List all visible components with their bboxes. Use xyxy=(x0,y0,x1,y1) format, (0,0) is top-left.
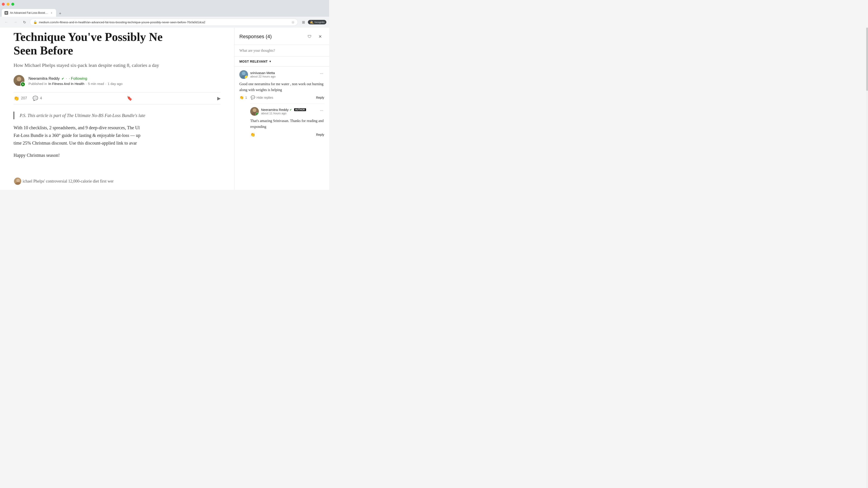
extensions-button[interactable]: ⊞ xyxy=(300,19,307,26)
article-teaser-text: ichael Phelps' controversial 12,000-calo… xyxy=(23,179,114,184)
clap-icon: 👏 xyxy=(13,96,19,101)
clap-icon: 👏 xyxy=(239,95,244,100)
clap-stat[interactable]: 👏 207 xyxy=(13,96,27,101)
nested-reply-button[interactable]: Reply xyxy=(316,133,324,136)
publication-avatar: h xyxy=(20,82,25,87)
sort-label: MOST RELEVANT xyxy=(239,60,268,63)
toolbar-icons: ⊞ 🕵 Incognito xyxy=(300,19,327,26)
responses-header-actions: 🛡 ✕ xyxy=(306,33,324,41)
comment-stat[interactable]: 💬 4 xyxy=(33,96,42,101)
reply-avatar-wrap: ✔ xyxy=(250,107,259,116)
back-button[interactable]: ← xyxy=(3,19,10,26)
response-text: Good one neeramitra for me water , non w… xyxy=(239,81,324,93)
tab-close-button[interactable]: × xyxy=(50,11,53,15)
nested-reply: ✔ Neeramitra Reddy ✔ AUTHOR about 11 hou… xyxy=(250,103,324,137)
reply-verified-icon: ✔ xyxy=(289,108,292,111)
reply-username: Neeramitra Reddy xyxy=(261,108,289,111)
clap-button[interactable]: 👏 1 xyxy=(239,95,247,100)
tab-bar: M An Advanced Fat-Loss-Boosting... × + xyxy=(0,8,329,17)
tab-title: An Advanced Fat-Loss-Boosting... xyxy=(10,11,48,14)
reply-clap-button[interactable]: 👏 xyxy=(250,132,255,137)
clap-count: 1 xyxy=(245,96,247,99)
article-subtitle: How Michael Phelps stayed six-pack lean … xyxy=(13,62,221,69)
svg-point-10 xyxy=(253,108,256,112)
hide-replies-button[interactable]: 💬 Hide replies xyxy=(251,95,273,100)
response-user: ⭐ srinivasan Metta about 22 hours ago xyxy=(239,70,276,79)
browser-chrome: M An Advanced Fat-Loss-Boosting... × + ←… xyxy=(0,0,329,28)
verified-icon: ✔ xyxy=(61,77,64,80)
article-body: P.S. This article is part of The Ultimat… xyxy=(13,111,221,159)
response-time: about 22 hours ago xyxy=(250,75,276,78)
active-tab[interactable]: M An Advanced Fat-Loss-Boosting... × xyxy=(2,9,56,17)
new-tab-button[interactable]: + xyxy=(57,10,63,17)
response-username: srinivasan Metta xyxy=(250,71,276,75)
page-content: Technique You've Possibly Ne Seen Before… xyxy=(0,28,329,190)
author-row: h Neeramitra Reddy ✔ · · Following Publi… xyxy=(13,75,221,87)
response-item: ⭐ srinivasan Metta about 22 hours ago ··… xyxy=(239,70,324,137)
response-menu-button[interactable]: ··· xyxy=(319,70,324,77)
close-responses-button[interactable]: ✕ xyxy=(316,33,324,41)
thought-input-area xyxy=(235,45,329,57)
reply-menu-button[interactable]: ··· xyxy=(319,107,324,113)
time-ago: 1 day ago xyxy=(107,82,123,86)
minimize-window-button[interactable] xyxy=(6,3,9,6)
article-para-2: Happy Christmas season! xyxy=(13,151,221,159)
article-title: Technique You've Possibly Ne Seen Before xyxy=(13,30,221,57)
close-window-button[interactable] xyxy=(2,3,5,6)
url-text: medium.com/in-fitness-and-in-health/an-a… xyxy=(39,21,289,24)
article-bottom-teaser: ichael Phelps' controversial 12,000-calo… xyxy=(13,177,114,185)
reply-time: about 11 hours ago xyxy=(261,111,306,115)
comment-icon: 💬 xyxy=(33,96,38,101)
listen-button[interactable]: ▶ xyxy=(217,96,221,101)
reply-user-info: Neeramitra Reddy ✔ AUTHOR about 11 hours… xyxy=(261,108,306,115)
reply-header: ✔ Neeramitra Reddy ✔ AUTHOR about 11 hou… xyxy=(250,107,324,116)
forward-button[interactable]: → xyxy=(12,19,19,26)
shield-button[interactable]: 🛡 xyxy=(306,33,314,41)
address-bar-row: ← → ↻ 🔒 medium.com/in-fitness-and-in-hea… xyxy=(0,17,329,28)
article-para-1: With 10 checklists, 2 spreadsheets, and … xyxy=(13,124,221,147)
maximize-window-button[interactable] xyxy=(11,3,14,6)
thought-input[interactable] xyxy=(239,48,324,53)
svg-point-4 xyxy=(16,179,20,182)
responses-header: Responses (4) 🛡 ✕ xyxy=(235,28,329,45)
responses-panel: Responses (4) 🛡 ✕ MOST RELEVANT ▾ xyxy=(234,28,329,190)
reply-actions: 👏 Reply xyxy=(250,132,324,137)
article-blockquote: P.S. This article is part of The Ultimat… xyxy=(13,111,221,119)
responses-list: ⭐ srinivasan Metta about 22 hours ago ··… xyxy=(235,67,329,190)
bookmark-button[interactable]: 🔖 xyxy=(127,96,132,101)
comment-icon: 💬 xyxy=(251,95,255,100)
tab-favicon: M xyxy=(4,11,8,15)
reload-button[interactable]: ↻ xyxy=(21,19,28,26)
hide-replies-label: Hide replies xyxy=(256,96,273,99)
stats-row: 👏 207 💬 4 🔖 ▶ xyxy=(13,92,221,104)
close-icon: ✕ xyxy=(318,34,322,39)
article-area: Technique You've Possibly Ne Seen Before… xyxy=(0,28,234,190)
bookmark-icon[interactable]: ☆ xyxy=(291,20,294,24)
incognito-badge: 🕵 Incognito xyxy=(308,20,327,24)
reply-button[interactable]: Reply xyxy=(316,96,324,99)
sort-button[interactable]: MOST RELEVANT ▾ xyxy=(239,60,271,63)
comment-count: 4 xyxy=(40,96,42,100)
author-info: Neeramitra Reddy ✔ · · Following Publish… xyxy=(29,76,123,86)
window-controls xyxy=(2,3,14,6)
sort-chevron-icon: ▾ xyxy=(270,60,271,63)
author-badge: AUTHOR xyxy=(294,108,306,111)
separator-dot: · xyxy=(66,76,67,80)
follow-button[interactable]: · Following xyxy=(69,76,87,81)
response-user-info: srinivasan Metta about 22 hours ago xyxy=(250,71,276,78)
titlebar xyxy=(0,0,329,8)
response-header: ⭐ srinivasan Metta about 22 hours ago ··… xyxy=(239,70,324,79)
author-name-row: Neeramitra Reddy ✔ · · Following xyxy=(29,76,123,81)
response-avatar: ⭐ xyxy=(239,70,248,79)
author-name: Neeramitra Reddy xyxy=(29,76,60,81)
dot1: · xyxy=(86,82,87,86)
reply-text: That's amazing Srinivasan. Thanks for re… xyxy=(250,118,324,129)
publication-link[interactable]: In Fitness And In Health xyxy=(49,82,84,86)
published-in-label: Published in xyxy=(29,82,47,86)
incognito-label: Incognito xyxy=(314,21,324,24)
clap-count: 207 xyxy=(21,96,27,100)
reply-verified-badge: ✔ xyxy=(256,112,259,116)
lock-icon: 🔒 xyxy=(33,20,37,24)
address-bar[interactable]: 🔒 medium.com/in-fitness-and-in-health/an… xyxy=(30,19,298,26)
response-actions: 👏 1 💬 Hide replies Reply xyxy=(239,95,324,100)
